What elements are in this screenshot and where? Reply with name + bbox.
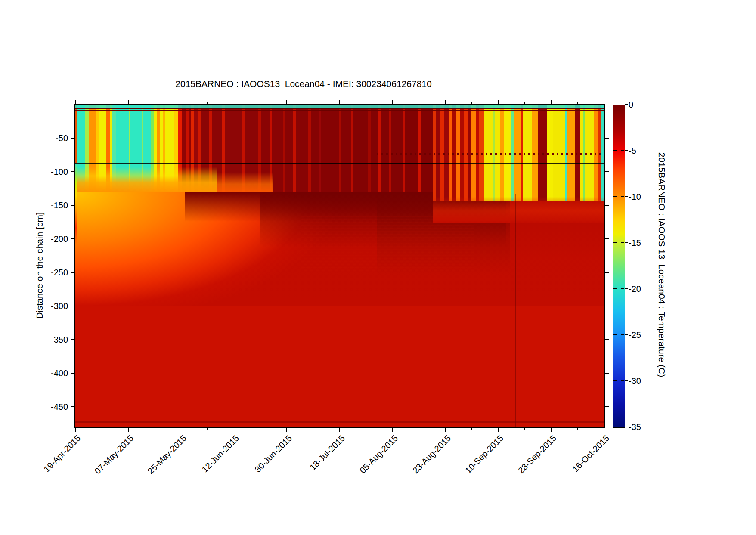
x-major-tick-bottom	[181, 428, 182, 432]
x-minor-tick-top	[313, 102, 313, 104]
x-major-tick-bottom	[128, 428, 129, 432]
x-minor-tick-bottom	[155, 428, 155, 430]
y-tick-left	[71, 138, 74, 139]
x-minor-tick-top	[366, 102, 366, 104]
colorbar-outer-tick	[625, 196, 628, 197]
y-tick-label: -50	[42, 133, 68, 143]
x-tick-label: 28-Sep-2015	[511, 433, 558, 480]
y-tick-label: -150	[42, 200, 68, 210]
y-tick-label: -250	[42, 267, 68, 278]
colorbar-inner-dash-right	[621, 196, 624, 197]
x-major-tick-top	[181, 100, 182, 104]
chart-title: 2015BARNEO : IAOOS13 Locean04 - IMEI: 30…	[75, 79, 532, 89]
x-major-tick-top	[498, 100, 499, 104]
x-tick-label: 05-Aug-2015	[353, 433, 400, 480]
x-major-tick-bottom	[75, 428, 76, 432]
x-minor-tick-bottom	[207, 428, 208, 430]
x-minor-tick-bottom	[471, 428, 472, 430]
x-tick-label: 25-May-2015	[142, 433, 189, 480]
x-minor-tick-bottom	[260, 428, 260, 430]
y-tick-right	[605, 138, 609, 139]
x-major-tick-bottom	[604, 428, 604, 432]
colorbar-inner-dash-right	[621, 334, 624, 335]
x-minor-tick-top	[207, 102, 208, 104]
colorbar-inner-dash-right	[621, 380, 624, 381]
x-major-tick-bottom	[392, 428, 393, 432]
y-tick-left	[71, 339, 74, 340]
colorbar-inner-dash-left	[613, 380, 617, 381]
x-minor-tick-bottom	[313, 428, 313, 430]
y-tick-left	[71, 406, 74, 407]
x-tick-label: 19-Apr-2015	[36, 433, 83, 480]
x-tick-label: 23-Aug-2015	[406, 433, 453, 480]
axes-border	[74, 104, 605, 428]
x-minor-tick-top	[155, 102, 155, 104]
y-tick-right	[605, 238, 609, 239]
x-minor-tick-bottom	[419, 428, 419, 430]
x-major-tick-top	[286, 100, 287, 104]
y-tick-right	[605, 406, 609, 407]
y-tick-right	[605, 272, 609, 273]
y-tick-left	[71, 373, 74, 374]
y-tick-right	[605, 171, 609, 172]
x-minor-tick-bottom	[524, 428, 525, 430]
colorbar-tick-label: -10	[629, 192, 654, 202]
colorbar-inner-dash-right	[621, 242, 624, 243]
colorbar-outer-tick	[625, 288, 628, 289]
x-major-tick-bottom	[498, 428, 499, 432]
x-major-tick-top	[339, 100, 340, 104]
x-tick-label: 10-Sep-2015	[459, 433, 505, 480]
x-major-tick-top	[604, 100, 604, 104]
colorbar-tick-label: -5	[629, 145, 654, 156]
x-tick-label: 30-Jun-2015	[247, 433, 294, 480]
x-minor-tick-bottom	[366, 428, 366, 430]
figure: 2015BARNEO : IAOOS13 Locean04 - IMEI: 30…	[0, 0, 756, 535]
colorbar-inner-dash-left	[613, 150, 617, 151]
y-tick-label: -200	[42, 234, 68, 244]
x-tick-label: 12-Jun-2015	[194, 433, 241, 480]
colorbar-outer-tick	[625, 380, 628, 381]
x-minor-tick-top	[524, 102, 525, 104]
colorbar-gradient	[613, 105, 625, 428]
y-tick-right	[605, 205, 609, 206]
y-tick-label: -450	[42, 402, 68, 412]
x-tick-label: 18-Jul-2015	[300, 433, 347, 480]
colorbar-label: 2015BARNEO : IAOOS 13 Locean04 : Tempera…	[656, 114, 667, 415]
x-major-tick-bottom	[339, 428, 340, 432]
colorbar-tick-label: -20	[629, 284, 654, 294]
colorbar-outer-tick	[625, 104, 628, 105]
y-tick-left	[71, 238, 74, 239]
colorbar-tick-label: -15	[629, 238, 654, 248]
colorbar-outer-tick	[625, 334, 628, 335]
colorbar-outer-tick	[625, 427, 628, 427]
x-tick-label: 16-Oct-2015	[564, 433, 611, 480]
colorbar-tick-label: -30	[629, 376, 654, 386]
x-major-tick-top	[234, 100, 235, 104]
colorbar-inner-dash-left	[613, 242, 617, 243]
colorbar-outer-tick	[625, 242, 628, 243]
x-major-tick-bottom	[445, 428, 446, 432]
colorbar-inner-dash-right	[621, 150, 624, 151]
colorbar-inner-dash-left	[613, 334, 617, 335]
colorbar-tick-label: -25	[629, 330, 654, 340]
x-minor-tick-top	[419, 102, 419, 104]
y-tick-left	[71, 171, 74, 172]
colorbar-inner-dash-left	[613, 288, 617, 289]
y-tick-label: -100	[42, 167, 68, 177]
x-major-tick-bottom	[551, 428, 552, 432]
x-tick-label: 07-May-2015	[89, 433, 136, 480]
x-major-tick-top	[75, 100, 76, 104]
y-tick-left	[71, 306, 74, 306]
y-tick-right	[605, 339, 609, 340]
colorbar-tick-label: -35	[629, 422, 654, 432]
colorbar-tick-label: 0	[629, 99, 654, 110]
colorbar-inner-dash-left	[613, 196, 617, 197]
y-tick-right	[605, 373, 609, 374]
x-minor-tick-top	[260, 102, 260, 104]
y-tick-label: -300	[42, 301, 68, 311]
y-tick-left	[71, 272, 74, 273]
x-major-tick-top	[551, 100, 552, 104]
x-minor-tick-top	[471, 102, 472, 104]
x-minor-tick-top	[102, 102, 102, 104]
x-major-tick-bottom	[286, 428, 287, 432]
